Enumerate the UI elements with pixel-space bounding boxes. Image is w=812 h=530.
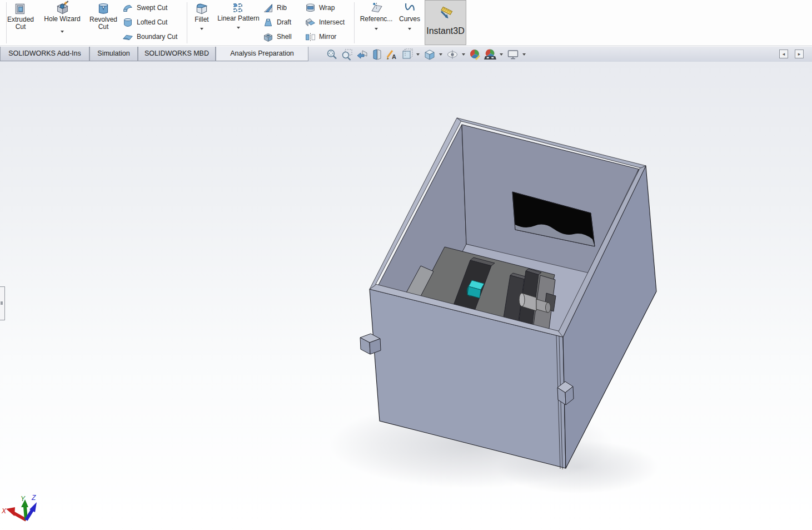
tab-label: SOLIDWORKS Add-Ins [8, 49, 81, 57]
reference-plane-icon [370, 2, 383, 16]
curves-icon [403, 2, 417, 16]
annotation-visibility-icon[interactable]: A [385, 48, 398, 61]
enclosure-model[interactable] [360, 118, 656, 469]
reference-geometry-dropdown[interactable] [375, 28, 378, 30]
instant3d-icon [437, 5, 454, 22]
rib-icon [262, 2, 274, 14]
linear-pattern-icon [232, 2, 245, 15]
tab-solidworks-mbd[interactable]: SOLIDWORKS MBD [138, 47, 216, 61]
tab-label: Analysis Preparation [230, 49, 294, 57]
revolved-cut-button[interactable]: Revolved Cut [88, 2, 119, 31]
hide-show-items-dropdown[interactable] [462, 53, 465, 56]
view-orientation-dropdown[interactable] [416, 53, 420, 56]
zoom-to-area-icon[interactable] [340, 48, 353, 61]
extruded-cut-label: Extruded Cut [6, 16, 36, 31]
wrap-label: Wrap [319, 4, 335, 12]
swept-cut-button[interactable]: Swept Cut [122, 2, 167, 14]
features-ribbon: Extruded Cut Hole Wizard Revolved Cut [0, 0, 812, 46]
hole-wizard-button[interactable]: Hole Wizard [37, 1, 88, 34]
fillet-icon [195, 2, 209, 16]
shell-button[interactable]: Shell [262, 31, 292, 43]
hole-wizard-label: Hole Wizard [37, 16, 88, 23]
pin-base-cap [519, 293, 525, 306]
view-settings-icon[interactable] [506, 48, 519, 61]
graphics-area[interactable]: X Y Z [0, 62, 812, 530]
fillet-button[interactable]: Fillet [189, 2, 215, 32]
intersect-label: Intersect [319, 19, 345, 26]
curves-label: Curves [396, 16, 424, 23]
boundary-cut-label: Boundary Cut [137, 33, 177, 41]
command-tab-strip: SOLIDWORKS Add-Ins Simulation SOLIDWORKS… [0, 47, 812, 62]
linear-pattern-dropdown[interactable] [237, 27, 240, 29]
svg-text:A: A [392, 53, 396, 60]
heads-up-view-toolbar: A [325, 48, 527, 61]
lofted-cut-button[interactable]: Lofted Cut [122, 17, 167, 29]
ribbon-separator [187, 2, 187, 43]
draft-button[interactable]: Draft [262, 17, 291, 28]
tab-analysis-preparation[interactable]: Analysis Preparation [216, 47, 308, 61]
linear-pattern-label: Linear Pattern [216, 15, 261, 22]
collapse-left-pane-button[interactable]: ◂ [779, 49, 788, 58]
model-canvas[interactable]: X Y Z [0, 62, 812, 530]
lofted-cut-icon [122, 17, 134, 29]
curves-button[interactable]: Curves [396, 2, 424, 32]
display-style-icon[interactable] [423, 48, 436, 61]
axis-triad: X Y Z [1, 494, 37, 520]
swept-cut-label: Swept Cut [137, 4, 167, 12]
display-style-dropdown[interactable] [439, 53, 442, 56]
mirror-label: Mirror [319, 33, 336, 41]
axis-z-label: Z [31, 494, 36, 502]
solidworks-window: Extruded Cut Hole Wizard Revolved Cut [0, 0, 812, 530]
axis-y-label: Y [21, 495, 26, 503]
rib-button[interactable]: Rib [262, 2, 287, 14]
fillet-dropdown[interactable] [200, 28, 203, 30]
tab-solidworks-add-ins[interactable]: SOLIDWORKS Add-Ins [0, 47, 89, 61]
view-settings-dropdown[interactable] [522, 53, 526, 56]
wrap-button[interactable]: Wrap [305, 2, 335, 14]
tab-simulation[interactable]: Simulation [89, 47, 138, 61]
apply-scene-icon[interactable] [484, 48, 496, 61]
linear-pattern-button[interactable]: Linear Pattern [216, 2, 261, 31]
reference-geometry-label: Referenc... [356, 16, 396, 23]
expand-right-pane-button[interactable]: ▸ [795, 49, 804, 58]
shell-label: Shell [277, 33, 292, 41]
pin-tip-cap [546, 303, 551, 313]
hole-wizard-icon [55, 1, 70, 16]
intersect-button[interactable]: Intersect [305, 17, 345, 28]
ribbon-separator [354, 2, 355, 43]
wrap-icon [305, 2, 316, 14]
mirror-icon [305, 31, 316, 43]
tab-label: SOLIDWORKS MBD [145, 49, 209, 57]
apply-scene-dropdown[interactable] [500, 53, 503, 56]
boundary-cut-icon [122, 31, 134, 43]
fillet-label: Fillet [189, 16, 215, 23]
zoom-to-fit-icon[interactable] [325, 48, 338, 61]
instant3d-button[interactable]: Instant3D [425, 0, 466, 45]
mirror-button[interactable]: Mirror [305, 31, 336, 43]
reference-geometry-button[interactable]: Referenc... [356, 2, 396, 32]
tab-label: Simulation [97, 49, 129, 57]
draft-label: Draft [277, 19, 291, 26]
lofted-cut-label: Lofted Cut [137, 19, 167, 26]
revolved-cut-label: Revolved Cut [88, 16, 119, 31]
hide-show-items-icon[interactable] [446, 48, 459, 61]
instant3d-label: Instant3D [425, 26, 466, 36]
intersect-icon [305, 17, 316, 28]
shell-icon [262, 31, 274, 43]
draft-icon [262, 17, 274, 28]
edit-appearance-icon[interactable] [469, 48, 481, 61]
boundary-cut-button[interactable]: Boundary Cut [122, 31, 177, 43]
previous-view-icon[interactable] [355, 48, 368, 61]
curves-dropdown[interactable] [408, 28, 411, 30]
hole-wizard-dropdown[interactable] [61, 31, 64, 33]
rib-label: Rib [277, 4, 287, 12]
view-orientation-icon[interactable] [400, 48, 413, 61]
feature-manager-collapsed-tab[interactable] [0, 286, 5, 320]
extruded-cut-icon [13, 2, 28, 16]
extruded-cut-button[interactable]: Extruded Cut [6, 2, 36, 31]
axis-x-label: X [1, 507, 7, 515]
section-view-icon[interactable] [370, 48, 383, 61]
swept-cut-icon [122, 2, 134, 14]
revolved-cut-icon [96, 2, 111, 16]
